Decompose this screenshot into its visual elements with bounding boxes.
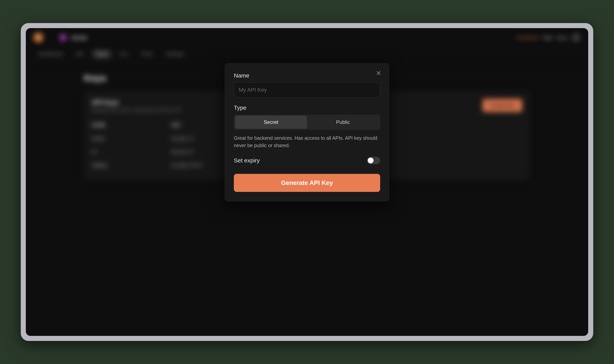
app-window: Acme Feedback Help Docs Dashboard Info K… (26, 28, 588, 336)
modal-overlay: Name Type Secret Public Great for backen… (26, 28, 588, 336)
expiry-toggle[interactable] (367, 157, 380, 164)
expiry-row: Set expiry (234, 157, 380, 164)
name-input[interactable] (234, 82, 380, 97)
toggle-knob-icon (368, 157, 374, 163)
type-label: Type (234, 104, 380, 111)
close-icon[interactable] (376, 70, 382, 76)
type-option-secret[interactable]: Secret (235, 116, 307, 129)
type-segment: Secret Public (234, 115, 380, 130)
name-label: Name (234, 72, 380, 79)
expiry-label: Set expiry (234, 157, 260, 164)
generate-key-button[interactable]: Generate API Key (234, 174, 380, 192)
type-help-text: Great for backend services. Has access t… (234, 134, 380, 149)
type-option-public[interactable]: Public (307, 116, 379, 129)
generate-key-modal: Name Type Secret Public Great for backen… (225, 63, 389, 202)
